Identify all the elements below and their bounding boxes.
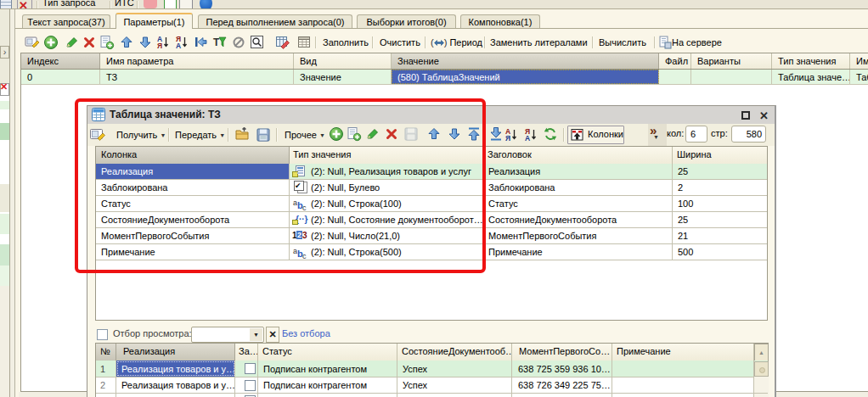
- svg-text:А: А: [176, 42, 181, 50]
- svg-text:Т: Т: [213, 36, 220, 48]
- svg-text:Я: Я: [157, 42, 162, 50]
- svg-text:А: А: [525, 134, 530, 143]
- svg-text:Я: Я: [505, 134, 510, 143]
